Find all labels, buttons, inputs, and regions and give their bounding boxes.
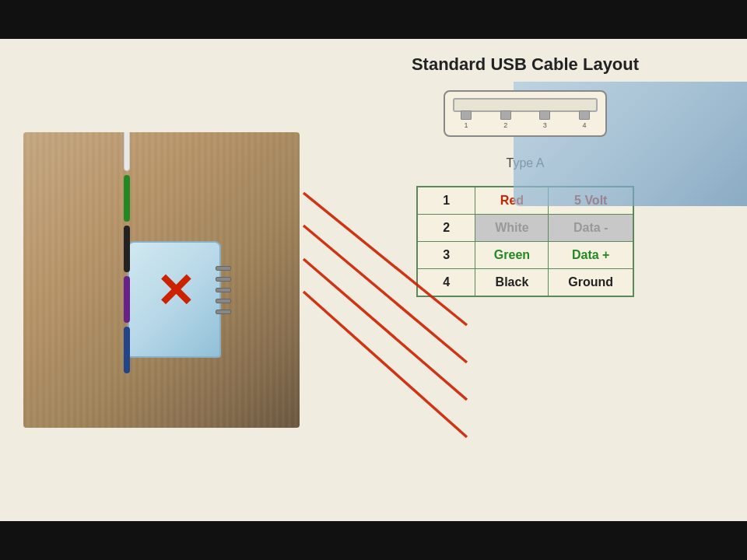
usb-pins-row: 1 2 3 4: [461, 110, 590, 129]
table-row-3: 3 Green Data +: [417, 242, 633, 269]
usb-pin-group-3: 3: [539, 110, 550, 129]
usb-pin-rect-3: [539, 110, 550, 120]
pin-num-4: 4: [417, 269, 475, 297]
wire-purple: [124, 276, 130, 323]
usb-pin-rect-4: [579, 110, 590, 120]
pin-3: [216, 288, 231, 292]
usb-pin-group-1: 1: [461, 110, 472, 129]
usb-pin-label-4: 4: [582, 121, 586, 129]
pin-color-2: White: [475, 215, 549, 242]
connector-pins: [216, 266, 235, 314]
pin-num-3: 3: [417, 242, 475, 269]
pin-color-3: Green: [475, 242, 549, 269]
diagram-title: Standard USB Cable Layout: [412, 54, 639, 75]
pin-5: [216, 310, 231, 314]
usb-pin-group-2: 2: [500, 110, 511, 129]
wire-white: [124, 132, 130, 171]
usb-outline: 1 2 3 4: [444, 90, 607, 137]
usb-diagram: 1 2 3 4: [440, 90, 611, 149]
pin-func-2: Data -: [549, 215, 633, 242]
x-mark: ✕: [156, 264, 195, 318]
pin-2: [216, 277, 231, 282]
usb-pin-rect-2: [500, 110, 511, 120]
table-row-2: 2 White Data -: [417, 215, 633, 242]
usb-pin-group-4: 4: [579, 110, 590, 129]
pin-1: [216, 266, 231, 271]
info-area: Standard USB Cable Layout 1 2 3: [303, 39, 747, 521]
pin-num-1: 1: [417, 187, 475, 215]
wires: [124, 132, 130, 373]
usb-pin-label-2: 2: [503, 121, 507, 129]
top-bar: [0, 0, 747, 39]
table-row-4: 4 Black Ground: [417, 269, 633, 297]
pin-num-2: 2: [417, 215, 475, 242]
pin-func-3: Data +: [549, 242, 633, 269]
usb-pin-label-1: 1: [464, 121, 468, 129]
usb-pin-rect-1: [461, 110, 472, 120]
usb-pin-label-3: 3: [543, 121, 547, 129]
wire-green: [124, 175, 130, 222]
main-content: ✕ Standard USB Cable Layout 1 2: [0, 39, 747, 521]
pin-color-4: Black: [475, 269, 549, 297]
pin-4: [216, 299, 231, 303]
wire-black: [124, 226, 130, 272]
wire-blue: [124, 327, 130, 373]
pin-func-4: Ground: [549, 269, 633, 297]
photo-area: ✕: [0, 39, 303, 521]
bottom-bar: [0, 521, 747, 560]
